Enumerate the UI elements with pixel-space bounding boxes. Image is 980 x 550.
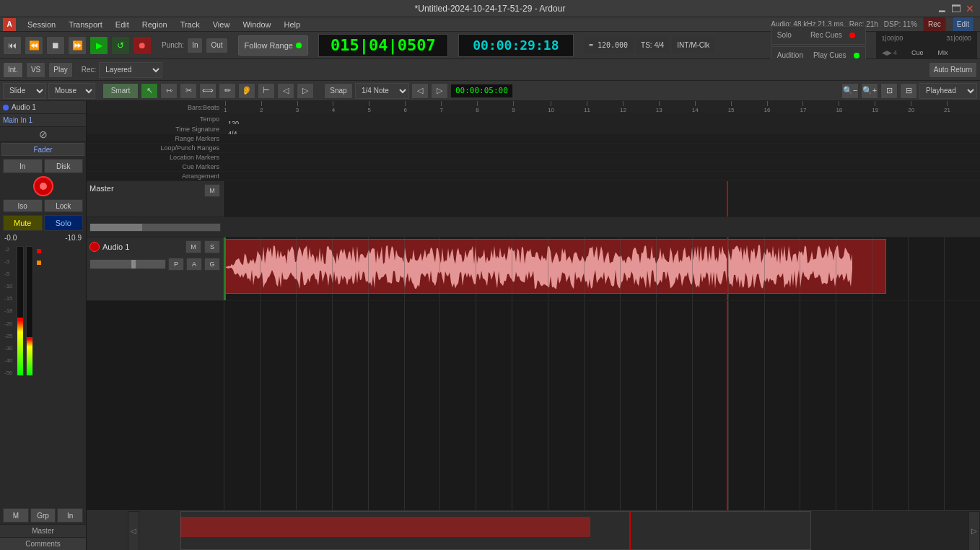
next-marker-btn[interactable]: ▷ <box>431 83 448 99</box>
beat-mark-1: 1 <box>224 101 227 113</box>
stop-btn[interactable]: ⏹ <box>46 36 65 55</box>
audio1-g-btn[interactable]: G <box>204 258 220 271</box>
loop-btn[interactable]: ↺ <box>111 36 130 55</box>
range-mode-btn[interactable]: ⇿ <box>160 83 178 99</box>
follow-range-indicator <box>296 43 302 48</box>
menu-track[interactable]: Track <box>175 19 206 30</box>
solo-btn[interactable]: Solo <box>44 215 84 231</box>
master-track-canvas[interactable] <box>224 181 980 217</box>
slide-select[interactable]: Slide <box>3 83 46 99</box>
snap-division-select[interactable]: 1/4 Note 1/8 Note 1/16 Note <box>355 83 409 99</box>
cut-mode-btn[interactable]: ✂ <box>180 83 197 99</box>
tempo-btn[interactable]: = 120.000 <box>584 38 633 53</box>
iso-btn[interactable]: Iso <box>3 199 43 212</box>
punch-out-btn[interactable]: Out <box>206 38 227 53</box>
play-btn[interactable]: ▶ <box>89 36 108 55</box>
overview-controls: ◁ <box>87 511 180 550</box>
in-btn[interactable]: In <box>3 159 43 173</box>
fast-back-btn[interactable]: ⏪ <box>25 36 43 55</box>
menu-session[interactable]: Session <box>22 19 61 30</box>
edit-button[interactable]: Edit <box>952 17 974 32</box>
lock-btn[interactable]: Lock <box>44 199 84 212</box>
audio1-s-btn[interactable]: S <box>204 240 220 253</box>
zoom-out-btn[interactable]: 🔍− <box>841 83 859 99</box>
scroll-left-btn[interactable]: ◁ <box>128 511 139 551</box>
int-btn[interactable]: Int. <box>3 62 23 78</box>
audio1-a-btn[interactable]: A <box>186 258 202 271</box>
master-track: Master M A G <box>87 181 980 217</box>
menu-edit[interactable]: Edit <box>110 19 135 30</box>
window-title: *Untitled-2024-10-24-17-51-29 - Ardour <box>415 4 566 14</box>
playhead-select[interactable]: Playhead <box>919 83 977 99</box>
rec-button[interactable]: Rec <box>923 17 946 32</box>
master-m-btn[interactable]: M <box>204 184 220 197</box>
menu-view[interactable]: View <box>207 19 236 30</box>
follow-range-btn[interactable]: Follow Range <box>238 35 308 56</box>
rewind-btn[interactable]: ⏮ <box>3 36 22 55</box>
fast-fwd-btn[interactable]: ⏩ <box>68 36 87 55</box>
overview-content[interactable] <box>180 511 968 550</box>
disk-btn[interactable]: Disk <box>44 159 84 173</box>
select-mode-btn[interactable]: ↖ <box>141 83 158 99</box>
grid-line-0 <box>224 301 224 510</box>
audio1-name: Audio 1 <box>102 243 183 251</box>
minimize-btn[interactable]: 🗕 <box>937 3 947 14</box>
stretch-mode-btn[interactable]: ⟺ <box>199 83 216 99</box>
nudge-back-btn[interactable]: ◁ <box>277 83 294 99</box>
phase-btn[interactable]: ⊘ <box>39 128 48 140</box>
prev-marker-btn[interactable]: ◁ <box>411 83 429 99</box>
play-mode-btn[interactable]: Play <box>48 62 72 78</box>
menu-window[interactable]: Window <box>237 19 276 30</box>
scroll-right-btn[interactable]: ▷ <box>968 511 980 550</box>
auto-return-btn[interactable]: Auto Return <box>929 62 977 78</box>
beat-mark-19: 19 <box>872 101 878 113</box>
record-arm-btn[interactable] <box>33 176 53 196</box>
audio1-rec-btn[interactable] <box>89 242 100 252</box>
listen-mode-btn[interactable]: 👂 <box>238 83 255 99</box>
smart-mode-btn[interactable]: Smart <box>102 83 139 99</box>
trim-mode-btn[interactable]: ⊢ <box>258 83 275 99</box>
record-btn[interactable]: ⏺ <box>133 36 152 55</box>
comments-btn[interactable]: Comments <box>0 537 86 550</box>
meter-r <box>26 246 33 376</box>
peak-r <box>37 261 41 265</box>
menu-transport[interactable]: Transport <box>63 19 108 30</box>
master-fader[interactable] <box>89 223 221 232</box>
audio1-m-btn[interactable]: M <box>185 240 201 253</box>
rec-mode-select[interactable]: Layered Non-Layered <box>99 62 162 78</box>
punch-in-btn[interactable]: In <box>187 38 203 53</box>
primary-time-display[interactable]: 015|04|0507 <box>318 34 448 57</box>
vs-btn[interactable]: VS <box>26 62 45 78</box>
bottom-grp-btn[interactable]: Grp <box>30 508 56 523</box>
cue-btn[interactable]: Cue <box>911 49 924 56</box>
zoom-height-btn[interactable]: ⊟ <box>900 83 917 99</box>
menu-help[interactable]: Help <box>279 19 307 30</box>
close-btn[interactable]: ✕ <box>966 3 974 14</box>
menu-region[interactable]: Region <box>136 19 173 30</box>
main-in-label[interactable]: Main In 1 <box>3 116 32 124</box>
audio1-canvas[interactable] <box>224 237 980 300</box>
empty-track-area <box>87 301 980 510</box>
loop-punch-label: Loop/Punch Ranges <box>87 144 224 152</box>
zoom-in-btn[interactable]: 🔍+ <box>861 83 878 99</box>
audio1-fader[interactable] <box>89 259 166 269</box>
nudge-fwd-btn[interactable]: ▷ <box>297 83 314 99</box>
draw-mode-btn[interactable]: ✏ <box>219 83 236 99</box>
bottom-in-btn[interactable]: In <box>57 508 83 523</box>
audio1-region[interactable] <box>224 239 886 294</box>
maximize-btn[interactable]: 🗖 <box>951 3 961 14</box>
record-arm-inner <box>40 183 47 190</box>
mute-btn[interactable]: Mute <box>3 215 43 231</box>
secondary-time-display[interactable]: 00:00:29:18 <box>458 34 574 57</box>
zoom-fit-btn[interactable]: ⊡ <box>880 83 898 99</box>
window-controls: 🗕 🗖 ✕ <box>937 3 974 14</box>
bottom-m-btn[interactable]: M <box>3 508 29 523</box>
mix-btn[interactable]: Mix <box>938 49 948 56</box>
audio1-p-btn[interactable]: P <box>168 258 184 271</box>
mouse-select[interactable]: Mouse <box>48 83 95 99</box>
grid-line-10 <box>584 301 585 510</box>
snap-toggle-btn[interactable]: Snap <box>324 83 353 99</box>
sync-btn[interactable]: INT/M-Clk <box>672 38 714 53</box>
time-sig-btn[interactable]: TS: 4/4 <box>636 38 669 53</box>
grid-line-8 <box>512 301 512 510</box>
